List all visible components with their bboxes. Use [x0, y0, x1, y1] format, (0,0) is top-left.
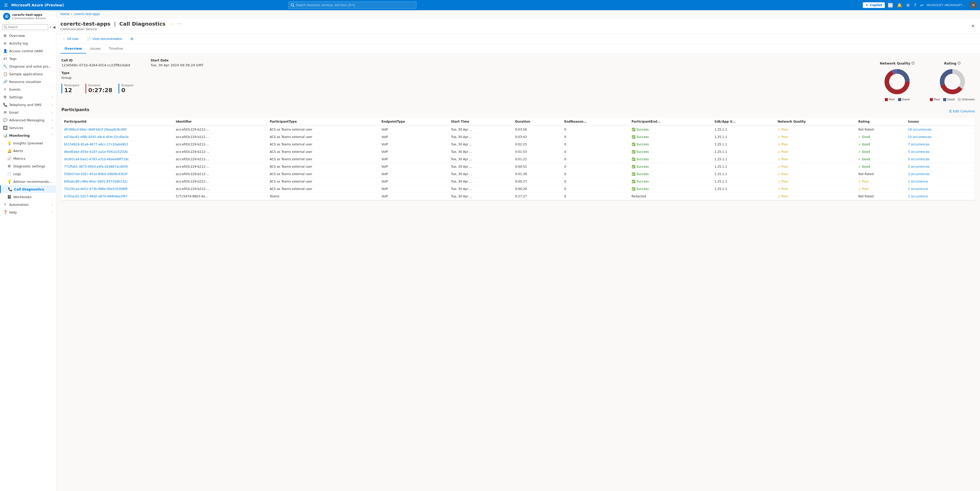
- breadcrumb-resource[interactable]: corertc-test-apps: [74, 12, 100, 16]
- sidebar-item-advisor-recommendations[interactable]: 💡 Advisor recommendations: [0, 178, 56, 185]
- lightning-icon: ⚡: [3, 87, 7, 91]
- more-options-button[interactable]: ···: [176, 21, 183, 27]
- participant-id-link[interactable]: 8d0abc89-c48a-46ac-b901-83729db132c: [64, 180, 128, 183]
- issues-link[interactable]: 3 occurrences: [908, 172, 929, 176]
- close-button[interactable]: ✕: [970, 22, 976, 30]
- issues-link[interactable]: 1 occurrence: [908, 180, 928, 183]
- participant-id-cell[interactable]: 556037ad-5d2c-451e-83bd-20606c63b3f: [61, 171, 173, 178]
- screen-icon[interactable]: ⬜: [887, 2, 894, 9]
- participant-id-cell[interactable]: b5154626-81a6-4677-a6cc-27c20abd4b3: [61, 141, 173, 148]
- collapse-icon[interactable]: ◀: [53, 25, 56, 29]
- edit-columns-button[interactable]: ☰ Edit Columns: [949, 109, 975, 113]
- issues-link[interactable]: 5 occurrences: [908, 150, 929, 154]
- issues-link[interactable]: 15 occurrences: [908, 135, 932, 139]
- sidebar-item-insights[interactable]: 💡 Insights (preview): [0, 139, 56, 147]
- issues-cell[interactable]: 1 occurrence: [905, 185, 975, 193]
- participant-id-cell[interactable]: 75229caa-de52-473b-986e-00e520308f8: [61, 185, 173, 193]
- view-docs-button[interactable]: 📄 View documentation: [85, 36, 124, 42]
- copilot-button[interactable]: ✦ Copilot: [863, 2, 885, 8]
- participant-id-link[interactable]: ed7dac61-ef6b-4545-a9c4-454c32cd5e3a: [64, 135, 129, 139]
- avatar[interactable]: M: [970, 2, 977, 9]
- sidebar-item-overview[interactable]: ⊞ Overview: [0, 32, 56, 40]
- help-icon[interactable]: ?: [913, 2, 917, 9]
- issues-link[interactable]: 1 occurrence: [908, 187, 928, 191]
- sidebar-item-email[interactable]: ✉ Email ›: [0, 108, 56, 116]
- sidebar-item-tags[interactable]: 🏷 Tags: [0, 55, 56, 62]
- participant-id-cell[interactable]: 8d0abc89-c48a-46ac-b901-83729db132c: [61, 178, 173, 185]
- back-to-calls-button[interactable]: ← All calls: [60, 36, 81, 42]
- participant-id-link[interactable]: 75229caa-de52-473b-986e-00e520308f8: [64, 187, 127, 191]
- participant-id-link[interactable]: b5154626-81a6-4677-a6cc-27c20abd4b3: [64, 143, 128, 146]
- bar-chart-icon: 📈: [7, 156, 11, 161]
- sidebar-item-monitoring[interactable]: 📊 Monitoring ˅: [0, 132, 56, 139]
- participant-id-cell[interactable]: 771ffa61-4673-495d-a4fa-d24887acd959: [61, 163, 173, 171]
- sidebar-item-events[interactable]: ⚡ Events: [0, 86, 56, 93]
- network-quality-poor-badge: ⚠ Poor: [778, 172, 853, 176]
- participant-id-link[interactable]: da382ca4-bae1-4783-a31d-46aee89f718c: [64, 158, 129, 161]
- participant-id-link[interactable]: 771ffa61-4673-495d-a4fa-d24887acd959: [64, 165, 128, 169]
- global-search[interactable]: [288, 2, 417, 9]
- sidebar-item-call-diagnostics[interactable]: 📞 Call Diagnostics: [0, 185, 56, 193]
- participant-id-cell[interactable]: df1996cd-b9ec-4b6f-b61f-29aaa9c8cd95: [61, 126, 173, 133]
- issues-link[interactable]: 5 occurrences: [908, 165, 929, 169]
- sidebar-item-settings[interactable]: ⚙ Settings ›: [0, 93, 56, 101]
- rating-info-icon[interactable]: ⓘ: [958, 61, 961, 65]
- issues-link[interactable]: 1 occurrence: [908, 194, 928, 198]
- hamburger-menu-icon[interactable]: ☰: [3, 2, 9, 9]
- issues-cell[interactable]: 5 occurrences: [905, 163, 975, 171]
- sidebar-item-telephony[interactable]: 📞 Telephony and SMS ›: [0, 101, 56, 108]
- bell-icon[interactable]: 🔔: [896, 2, 903, 9]
- sidebar-search-input[interactable]: [8, 26, 46, 29]
- end-reason-cell: 0: [562, 178, 629, 185]
- participant-id-cell[interactable]: 4bed0abe-455e-4187-aa1e-f591a152f16c: [61, 148, 173, 156]
- sidebar-item-diagnose[interactable]: 🔧 Diagnose and solve problems: [0, 62, 56, 70]
- sidebar-item-activity-log[interactable]: ≡ Activity log: [0, 40, 56, 47]
- sidebar-item-sample-apps[interactable]: 📋 Sample applications: [0, 70, 56, 78]
- participant-id-cell[interactable]: da382ca4-bae1-4783-a31d-46aee89f718c: [61, 156, 173, 163]
- participant-id-link[interactable]: 556037ad-5d2c-451e-83bd-20606c63b3f: [64, 172, 127, 176]
- issues-link[interactable]: 7 occurrences: [908, 143, 929, 146]
- global-search-input[interactable]: [296, 3, 414, 7]
- warning-triangle-icon: ⚠: [778, 165, 780, 169]
- sidebar-item-workbooks[interactable]: 📓 Workbooks: [0, 193, 56, 201]
- favorite-star-icon[interactable]: ☆: [170, 21, 173, 26]
- sidebar-item-metrics[interactable]: 📈 Metrics: [0, 155, 56, 162]
- issues-cell[interactable]: 1 occurrence: [905, 178, 975, 185]
- sidebar-item-advanced-messaging[interactable]: 💬 Advanced Messaging ›: [0, 116, 56, 124]
- issues-link[interactable]: 5 occurrences: [908, 158, 929, 161]
- sidebar-item-alerts[interactable]: 🔔 Alerts: [0, 147, 56, 155]
- settings-icon[interactable]: ⚙: [905, 2, 911, 9]
- breadcrumb-home[interactable]: Home: [60, 12, 69, 16]
- issues-cell[interactable]: 16 occurrences: [905, 126, 975, 133]
- table-row: 556037ad-5d2c-451e-83bd-20606c63b3f acs:…: [61, 171, 975, 178]
- issues-cell[interactable]: 7 occurrences: [905, 141, 975, 148]
- tab-overview[interactable]: Overview: [60, 44, 86, 54]
- issues-cell[interactable]: 1 occurrence: [905, 193, 975, 200]
- network-quality-info-icon[interactable]: ⓘ: [912, 61, 915, 65]
- sidebar-item-diagnostic-settings[interactable]: ⚙ Diagnostic settings: [0, 162, 56, 170]
- tab-timeline[interactable]: Timeline: [105, 44, 127, 54]
- filter-icon[interactable]: ⚡: [49, 25, 52, 29]
- sidebar-item-services[interactable]: 🔲 Services ›: [0, 124, 56, 132]
- participant-id-link[interactable]: 4bed0abe-455e-4187-aa1e-f591a152f16c: [64, 150, 129, 154]
- participant-id-link[interactable]: df1996cd-b9ec-4b6f-b61f-29aaa9c8cd95: [64, 128, 127, 131]
- warning-triangle-icon: ⚠: [778, 187, 780, 191]
- participant-id-link[interactable]: b705ac02-5d17-48d2-a870-49d04ea3f67: [64, 194, 127, 198]
- issues-cell[interactable]: 5 occurrences: [905, 148, 975, 156]
- sidebar-item-access-control[interactable]: 👤 Access control (IAM): [0, 47, 56, 55]
- issues-cell[interactable]: 3 occurrences: [905, 171, 975, 178]
- feedback-icon[interactable]: ↩: [920, 2, 925, 9]
- grid-view-button[interactable]: ⊞: [129, 36, 135, 42]
- participant-id-cell[interactable]: b705ac02-5d17-48d2-a870-49d04ea3f67: [61, 193, 173, 200]
- sidebar-item-logs[interactable]: 📄 Logs: [0, 170, 56, 178]
- sidebar-item-resource-visualizer[interactable]: 🔗 Resource visualizer: [0, 78, 56, 86]
- issues-cell[interactable]: 5 occurrences: [905, 156, 975, 163]
- endpoint-type-cell: VoIP: [379, 178, 448, 185]
- issues-link[interactable]: 16 occurrences: [908, 128, 932, 131]
- sidebar-search-box[interactable]: [2, 24, 48, 30]
- participant-id-cell[interactable]: ed7dac61-ef6b-4545-a9c4-454c32cd5e3a: [61, 133, 173, 141]
- sidebar-item-help[interactable]: ❓ Help ›: [0, 208, 56, 216]
- tab-issues[interactable]: Issues: [86, 44, 105, 54]
- sidebar-item-automation[interactable]: ⚡ Automation ›: [0, 201, 56, 208]
- issues-cell[interactable]: 15 occurrences: [905, 133, 975, 141]
